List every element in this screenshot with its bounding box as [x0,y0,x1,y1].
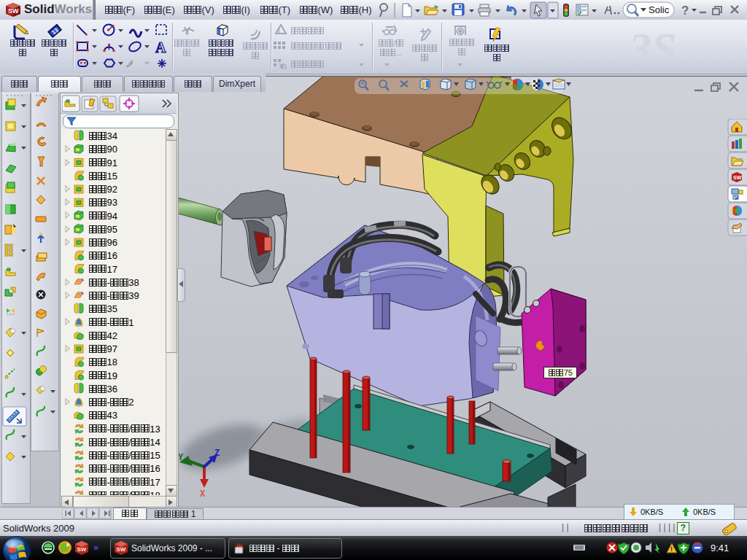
svg-text:SW: SW [8,7,19,15]
svg-text:!: ! [278,27,280,34]
svg-text:Z: Z [214,448,220,459]
svg-text:X: X [200,489,206,499]
svg-text:Y: Y [178,453,184,463]
svg-text:»: » [93,542,98,553]
svg-text:SW: SW [117,546,126,553]
svg-text:?: ? [681,4,689,18]
svg-text:Solic: Solic [649,4,670,15]
svg-text:!: ! [670,545,673,553]
svg-text:SW: SW [77,546,87,553]
svg-text:SW: SW [733,175,742,180]
svg-text:3S: 3S [628,23,676,73]
svg-text:A: A [155,39,166,55]
svg-text:9:41: 9:41 [711,542,729,553]
